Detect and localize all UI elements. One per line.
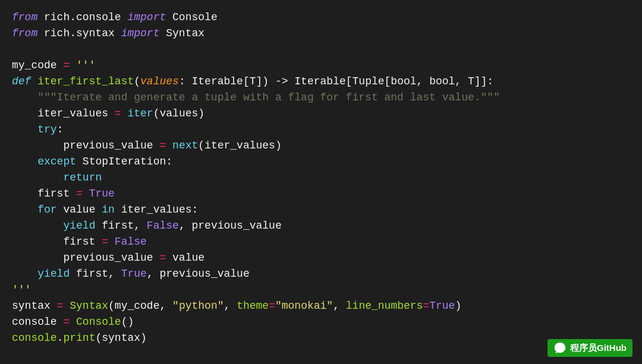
watermark-badge: 程序员GitHub [547, 339, 632, 357]
line-11: return [12, 170, 630, 186]
line-6: """Iterate and generate a tuple with a f… [12, 90, 630, 106]
line-8: try: [12, 122, 630, 138]
line-13: for value in iter_values: [12, 202, 630, 218]
keyword-from-2: from [12, 27, 37, 39]
line-16: previous_value = value [12, 250, 630, 266]
line-20: console = Console() [12, 314, 630, 330]
watermark-label: 程序员GitHub [570, 341, 627, 355]
line-14: yield first, False, previous_value [12, 218, 630, 234]
line-12: first = True [12, 186, 630, 202]
line-19: syntax = Syntax(my_code, "python", theme… [12, 298, 630, 314]
keyword-from: from [12, 11, 37, 23]
keyword-def: def [12, 75, 31, 87]
line-2: from rich.syntax import Syntax [12, 26, 630, 42]
line-5: def iter_first_last(values: Iterable[T])… [12, 74, 630, 90]
line-9: previous_value = next(iter_values) [12, 138, 630, 154]
line-15: first = False [12, 234, 630, 250]
line-3 [12, 42, 630, 58]
line-4: my_code = ''' [12, 58, 630, 74]
keyword-import: import [127, 11, 166, 23]
line-1: from rich.console import Console [12, 10, 630, 26]
line-18: ''' [12, 282, 630, 298]
keyword-import-2: import [121, 27, 160, 39]
wechat-icon [553, 341, 567, 354]
line-17: yield first, True, previous_value [12, 266, 630, 282]
code-block: from rich.console import Console from ri… [0, 0, 642, 356]
line-7: iter_values = iter(values) [12, 106, 630, 122]
line-10: except StopIteration: [12, 154, 630, 170]
line-21: console.print(syntax) [12, 330, 630, 346]
